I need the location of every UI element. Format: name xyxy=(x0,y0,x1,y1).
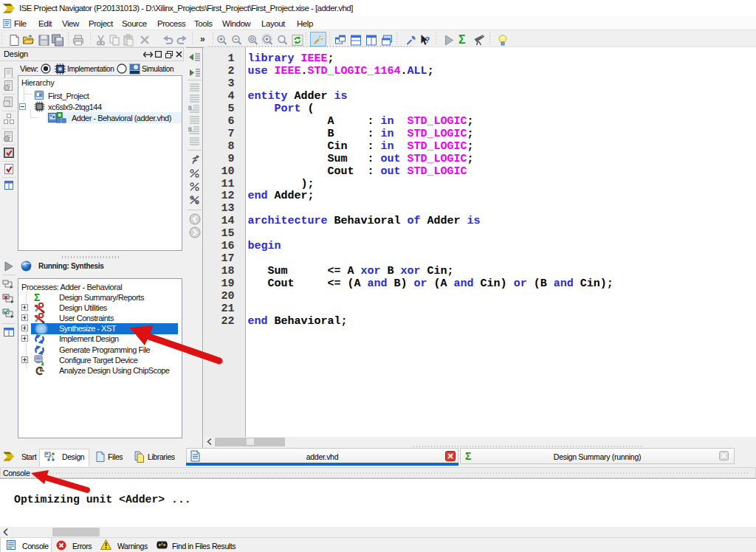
svg-text:5: 5 xyxy=(188,126,192,133)
svg-text:5: 5 xyxy=(188,105,192,111)
svg-text:?: ? xyxy=(425,35,430,44)
